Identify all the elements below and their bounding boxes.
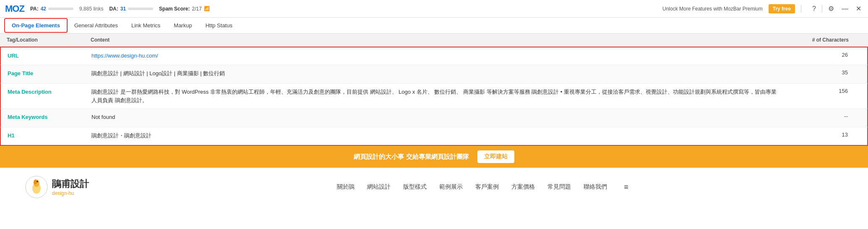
nav-link-faq[interactable]: 常見問題 [547, 183, 571, 191]
da-value: 31 [120, 6, 126, 12]
nav-links: 關於鵑 網站設計 版型樣式 範例展示 客戶案例 方案價格 常見問題 聯絡我們 ≡ [123, 183, 843, 192]
chars-meta-description: 156 [785, 88, 860, 94]
table-row: Meta Description 鵑創意設計 是一群熱愛網路科技，對 WordP… [0, 84, 868, 109]
svg-point-4 [36, 181, 38, 182]
chars-meta-keywords: -- [785, 113, 860, 119]
tag-h1: H1 [8, 132, 91, 139]
tag-meta-description: Meta Description [8, 88, 91, 95]
svg-point-3 [34, 179, 37, 184]
col-content: Content [91, 37, 786, 43]
pa-label: PA: [30, 6, 39, 12]
settings-icon[interactable]: ⚙ [826, 4, 836, 13]
pa-metric: PA: 42 [30, 6, 73, 12]
pa-bar [48, 8, 73, 10]
tab-markup[interactable]: Markup [167, 19, 198, 32]
top-bar-icons: ? ⚙ — ✕ [811, 4, 863, 13]
nav-link-about[interactable]: 關於鵑 [337, 183, 354, 191]
table-row: H1 鵑創意設計・鵑創意設計 13 [0, 127, 868, 146]
nav-link-web-design[interactable]: 網站設計 [367, 183, 391, 191]
col-chars: # of Characters [786, 37, 861, 43]
da-bar [128, 8, 153, 10]
logo-text-area: 鵑甫設計 design-hu [52, 178, 89, 196]
banner-text: 網頁設計的大小事 交給專業網頁設計團隊 [354, 153, 469, 161]
table-row: Page Title 鵑創意設計 | 網站設計 | Logo設計 | 商業攝影 … [0, 65, 868, 84]
unlock-text: Unlock More Features with MozBar Premium [662, 6, 763, 12]
content-meta-description: 鵑創意設計 是一群熱愛網路科技，對 WordPress 非常熱衷的網站工程師，年… [91, 88, 785, 104]
tab-http-status[interactable]: Http Status [199, 19, 239, 32]
close-icon[interactable]: ✕ [854, 4, 863, 13]
hamburger-menu-icon[interactable]: ≡ [624, 183, 628, 192]
table-header: Tag/Location Content # of Characters [0, 34, 868, 47]
tab-on-page[interactable]: On-Page Elements [4, 18, 68, 33]
tag-page-title: Page Title [8, 69, 91, 76]
top-bar-right: Unlock More Features with MozBar Premium… [662, 4, 863, 13]
page-title-label: Page Title [8, 70, 33, 76]
logo-area: 鵑甫設計 design-hu [25, 176, 89, 198]
tab-link-metrics[interactable]: Link Metrics [125, 19, 167, 32]
meta-desc-label: Meta Description [8, 89, 52, 95]
top-bar-metrics: PA: 42 9,885 links DA: 31 Spam Score: 2/… [30, 6, 210, 12]
tab-general[interactable]: General Attributes [68, 19, 125, 32]
nav-link-contact[interactable]: 聯絡我們 [584, 183, 607, 191]
orange-banner: 網頁設計的大小事 交給專業網頁設計團隊 立即建站 [0, 146, 868, 168]
moz-logo: MOZ [5, 3, 24, 14]
h1-label: H1 [8, 132, 15, 139]
tag-url: URL [8, 52, 91, 59]
divider2 [822, 5, 822, 13]
links-count: 9,885 links [79, 6, 103, 12]
banner-button[interactable]: 立即建站 [477, 150, 514, 163]
chars-url: 26 [785, 52, 860, 58]
tabs-bar: On-Page Elements General Attributes Link… [0, 18, 868, 34]
nav-link-pricing[interactable]: 方案價格 [511, 183, 535, 191]
da-metric: DA: 31 [109, 6, 153, 12]
minimize-icon[interactable]: — [840, 4, 850, 13]
spam-label: Spam Score: [159, 6, 190, 12]
content-page-title: 鵑創意設計 | 網站設計 | Logo設計 | 商業攝影 | 數位行銷 [91, 69, 785, 78]
try-free-button[interactable]: Try free [769, 4, 795, 13]
spam-metric: Spam Score: 2/17 📶 [159, 6, 210, 12]
moz-logo-text: MOZ [5, 3, 24, 14]
tag-meta-keywords: Meta Keywords [8, 113, 91, 120]
url-label: URL [8, 53, 19, 59]
website-preview: 鵑甫設計 design-hu 關於鵑 網站設計 版型樣式 範例展示 客戶案例 方… [0, 168, 868, 206]
col-tag: Tag/Location [7, 37, 91, 43]
nav-link-templates[interactable]: 版型樣式 [403, 183, 427, 191]
table-body: URL https://www.design-hu.com/ 26 Page T… [0, 47, 868, 146]
da-label: DA: [109, 6, 118, 12]
spam-icon: 📶 [204, 6, 210, 11]
spam-value: 2/17 [192, 6, 201, 12]
logo-english: design-hu [52, 190, 89, 196]
content-meta-keywords: Not found [91, 113, 785, 121]
table-row: URL https://www.design-hu.com/ 26 [0, 47, 868, 65]
pa-value: 42 [41, 6, 46, 12]
logo-chinese: 鵑甫設計 [52, 178, 89, 190]
url-link[interactable]: https://www.design-hu.com/ [91, 53, 158, 59]
links-metric: 9,885 links [79, 6, 103, 12]
logo-svg-icon [25, 176, 48, 198]
meta-keywords-label: Meta Keywords [8, 114, 47, 120]
divider [801, 5, 801, 13]
help-icon[interactable]: ? [811, 4, 818, 13]
table-row: Meta Keywords Not found -- [0, 109, 868, 127]
chars-h1: 13 [785, 132, 860, 138]
top-bar: MOZ PA: 42 9,885 links DA: 31 Spam Score… [0, 0, 868, 18]
nav-link-clients[interactable]: 客戶案例 [475, 183, 499, 191]
content-h1: 鵑創意設計・鵑創意設計 [91, 132, 785, 140]
nav-link-examples[interactable]: 範例展示 [439, 183, 463, 191]
chars-page-title: 35 [785, 69, 860, 76]
content-url: https://www.design-hu.com/ [91, 52, 785, 60]
